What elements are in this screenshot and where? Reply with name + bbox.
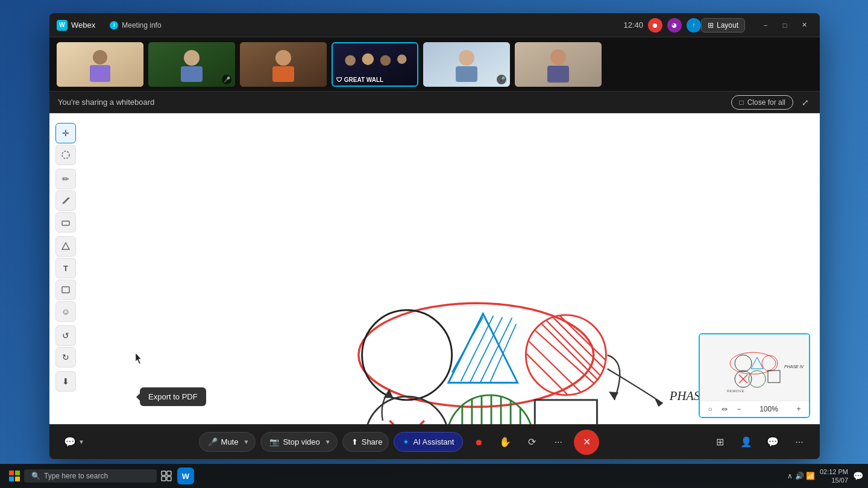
start-button[interactable] <box>5 466 24 486</box>
svg-marker-30 <box>448 314 518 383</box>
chat-icon: 💬 <box>767 436 779 448</box>
svg-rect-25 <box>62 221 69 225</box>
webex-icon: W <box>57 20 68 31</box>
svg-text:PHASE IV: PHASE IV <box>784 364 805 369</box>
minimize-button[interactable]: − <box>757 17 774 34</box>
redo-button[interactable]: ↻ <box>55 347 76 368</box>
minimap-controls: ○ ⇔ − 100% + <box>700 401 809 417</box>
bottom-toolbar: 💬 ▼ 🎤 Mute ▼ 📷 Stop video ▼ ⬆ Share ✦ AI… <box>49 424 820 459</box>
webex-taskbar-button[interactable]: W <box>176 466 195 486</box>
toolbar-center: 🎤 Mute ▼ 📷 Stop video ▼ ⬆ Share ✦ AI Ass… <box>199 430 600 455</box>
undo-button[interactable]: ↺ <box>55 325 76 346</box>
close-for-all-icon: □ <box>739 98 743 107</box>
more-button[interactable]: ··· <box>547 431 569 453</box>
apps-button[interactable]: ⟳ <box>521 431 542 453</box>
text-tool-button[interactable]: T <box>55 258 76 278</box>
participant-tile-1[interactable] <box>57 42 143 87</box>
move-tool-button[interactable]: ✛ <box>55 123 76 143</box>
caption-button[interactable]: 💬 ▼ <box>59 434 89 450</box>
emoji-tool-button[interactable]: ☺ <box>55 301 76 322</box>
mute-arrow: ▼ <box>243 439 249 445</box>
tile-bg-6 <box>515 42 602 87</box>
svg-point-29 <box>362 310 452 400</box>
sticky-tool-button[interactable] <box>55 280 76 300</box>
toolbar-nav-section: ✛ <box>55 123 76 165</box>
whiteboard[interactable]: ✛ ✏ <box>49 113 820 424</box>
mute-button[interactable]: 🎤 Mute ▼ <box>199 432 256 452</box>
system-icons: ∧ 🔊 📶 <box>787 472 815 480</box>
participant-tile-3[interactable] <box>240 42 327 87</box>
expand-button[interactable]: ⤢ <box>799 95 811 110</box>
participant-tile-2[interactable]: 🎤 <box>148 42 235 87</box>
sharing-message: You're sharing a whiteboard <box>58 98 154 107</box>
pen-tool-button[interactable]: ✏ <box>55 169 76 189</box>
svg-line-31 <box>452 317 483 372</box>
share-button[interactable]: ⬆ Share <box>342 432 389 452</box>
title-bar-center: 12:40 ⏺ ◕ ↑ <box>623 18 701 33</box>
sharing-bar: You're sharing a whiteboard □ Close for … <box>49 92 820 113</box>
layout-label: Layout <box>717 21 738 30</box>
export-button[interactable]: ⬇ <box>55 371 76 392</box>
title-bar: W Webex ℹ Meeting info 12:40 ⏺ ◕ ↑ ⊞ Lay… <box>49 13 820 37</box>
svg-point-15 <box>397 54 407 64</box>
minimap-zoom-decrease-button[interactable]: − <box>734 404 744 414</box>
toolbar-left: 💬 ▼ <box>59 434 89 450</box>
svg-marker-36 <box>448 314 518 383</box>
share-label: Share <box>362 437 383 446</box>
participant-tile-6[interactable] <box>515 42 602 87</box>
svg-line-49 <box>389 421 424 424</box>
svg-point-2 <box>93 50 107 64</box>
meeting-info-label: Meeting info <box>122 21 161 30</box>
svg-point-20 <box>550 49 566 65</box>
minimap-canvas: PHASE IV REMOVE <box>700 334 809 401</box>
stop-video-button[interactable]: 📷 Stop video ▼ <box>260 432 337 452</box>
sharing-actions: □ Close for all ⤢ <box>731 95 811 110</box>
participants-button[interactable]: 👤 <box>735 431 757 453</box>
eraser-tool-button[interactable] <box>55 212 76 233</box>
more-right-button[interactable]: ··· <box>788 431 810 453</box>
svg-line-24 <box>64 198 70 204</box>
task-view-button[interactable] <box>157 466 176 486</box>
ai-assistant-button[interactable]: ✦ AI Assistant <box>394 432 463 452</box>
notification-icon[interactable]: 💬 <box>853 471 863 481</box>
participant-tile-4-active[interactable]: 🛡 GREAT WALL <box>332 42 418 87</box>
layout-right-button[interactable]: ⊞ <box>709 431 731 453</box>
shapes-tool-button[interactable] <box>55 236 76 257</box>
end-call-button[interactable]: ✕ <box>574 430 599 455</box>
stop-video-label: Stop video <box>283 437 319 446</box>
svg-rect-78 <box>15 477 20 481</box>
minimap-fit-button[interactable]: ⇔ <box>719 404 730 414</box>
chat-button[interactable]: 💬 <box>762 431 784 453</box>
svg-rect-81 <box>162 477 166 481</box>
svg-line-44 <box>559 315 607 362</box>
participant-strip: 🎤 <box>49 37 820 92</box>
svg-point-12 <box>345 55 356 66</box>
export-tooltip: Export to PDF <box>140 387 206 406</box>
maximize-button[interactable]: □ <box>776 17 793 34</box>
highlighter-tool-button[interactable] <box>55 190 76 211</box>
svg-line-43 <box>551 315 608 372</box>
svg-point-6 <box>184 50 200 66</box>
participant-tile-5[interactable]: 🎤 <box>423 42 510 87</box>
minimap-zoom-increase-button[interactable]: + <box>793 404 804 414</box>
caption-icon: 💬 <box>64 436 76 448</box>
minimap-zoom-out-button[interactable]: ○ <box>705 404 715 414</box>
svg-marker-26 <box>62 243 69 249</box>
video-icon: 📷 <box>269 437 279 446</box>
record-button[interactable]: ⏺ <box>468 431 489 453</box>
taskbar-search[interactable]: 🔍 Type here to search <box>24 469 157 483</box>
participants-icon: 👤 <box>740 436 752 448</box>
close-for-all-label: Close for all <box>747 98 785 107</box>
close-for-all-button[interactable]: □ Close for all <box>731 95 793 110</box>
close-button[interactable]: ✕ <box>796 17 813 34</box>
reactions-button[interactable]: ✋ <box>494 431 516 453</box>
select-tool-button[interactable] <box>55 145 76 165</box>
meeting-info-button[interactable]: ℹ Meeting info <box>105 19 166 32</box>
record-icon: ⏺ <box>474 437 483 447</box>
webex-label: Webex <box>71 20 95 30</box>
svg-rect-76 <box>15 471 20 475</box>
minimap: PHASE IV REMOVE ○ ⇔ − 100% <box>699 333 810 418</box>
layout-button[interactable]: ⊞ Layout <box>701 18 745 33</box>
clock-display: 12:40 <box>623 20 643 30</box>
toolbar-draw-section: ✏ <box>55 169 76 233</box>
